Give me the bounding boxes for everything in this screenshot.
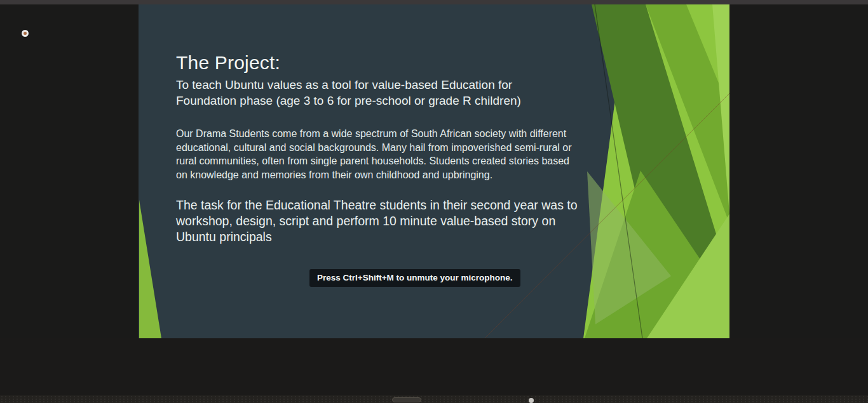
taskbar-dot xyxy=(529,398,534,403)
slide-paragraph: Our Drama Students come from a wide spec… xyxy=(176,127,575,182)
unmute-toast-notification: Press Ctrl+Shift+M to unmute your microp… xyxy=(309,269,520,287)
background-window-edge xyxy=(0,395,868,403)
shared-screen-slide: The Project: To teach Ubuntu values as a… xyxy=(139,4,729,338)
slide-task-paragraph: The task for the Educational Theatre stu… xyxy=(176,197,589,245)
participant-filmstrip: +75 KP EI ER ZN PC ZC PM PT xyxy=(0,338,868,395)
window-top-bar xyxy=(0,0,868,4)
status-indicator-dot xyxy=(22,30,29,37)
slide-subtitle: To teach Ubuntu values as a tool for val… xyxy=(176,77,567,109)
taskbar-pill xyxy=(392,397,421,402)
teams-meeting-window: The Project: To teach Ubuntu values as a… xyxy=(0,0,868,403)
slide-text-block: The Project: To teach Ubuntu values as a… xyxy=(176,52,595,245)
slide-title: The Project: xyxy=(176,52,595,74)
